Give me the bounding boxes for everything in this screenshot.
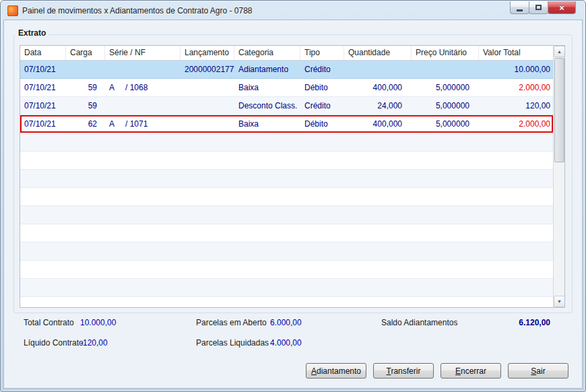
cell-valor-total: 2.000,00 xyxy=(479,115,553,133)
title-bar: Painel de movimentos x Adiantamentos de … xyxy=(1,1,585,20)
parcelas-liquidadas-label: Parcelas Liquidadas xyxy=(196,338,269,348)
cell-lancamento xyxy=(181,79,234,96)
cell-valor-total: 10.000,00 xyxy=(479,61,553,78)
scrollbar-thumb[interactable] xyxy=(554,58,564,162)
grid-body: 07/10/21200000021777AdiantamentoCrédito1… xyxy=(20,61,553,307)
window-controls: × xyxy=(511,1,576,14)
vertical-scrollbar[interactable]: ▲ ▼ xyxy=(553,46,564,307)
cell-tipo: Débito xyxy=(300,79,344,96)
dialog-window: Painel de movimentos x Adiantamentos de … xyxy=(0,0,586,392)
cell-preco-unitario: 5,000000 xyxy=(412,79,479,96)
cell-tipo: Débito xyxy=(300,115,344,133)
cell-serie-nf: A/ 1068 xyxy=(105,79,181,96)
parcelas-liquidadas-value: 4.000,00 xyxy=(270,338,302,348)
maximize-button[interactable] xyxy=(529,1,548,14)
empty-row xyxy=(20,242,553,261)
cell-carga xyxy=(66,61,105,78)
cell-lancamento xyxy=(181,115,234,133)
dialog-client-area: Extrato DataCargaSérie / NFLançamentoCat… xyxy=(3,20,583,389)
grid-header-row: DataCargaSérie / NFLançamentoCategoriaTi… xyxy=(20,46,553,61)
column-header[interactable]: Categoria xyxy=(234,46,300,61)
cell-preco-unitario xyxy=(412,61,479,78)
cell-carga: 59 xyxy=(66,79,105,96)
column-header[interactable]: Tipo xyxy=(300,46,344,61)
cell-tipo: Crédito xyxy=(300,97,344,115)
cell-data: 07/10/21 xyxy=(20,97,66,115)
table-row[interactable]: 07/10/21200000021777AdiantamentoCrédito1… xyxy=(20,61,553,79)
empty-row xyxy=(20,170,553,188)
scroll-down-icon[interactable]: ▼ xyxy=(554,296,565,307)
cell-data: 07/10/21 xyxy=(20,115,66,133)
column-header[interactable]: Lançamento xyxy=(181,46,234,61)
cell-valor-total: 120,00 xyxy=(479,97,553,115)
cell-carga: 62 xyxy=(66,115,105,133)
parcelas-aberto-value: 6.000,00 xyxy=(270,318,302,327)
cell-valor-total: 2.000,00 xyxy=(479,79,553,96)
minimize-icon xyxy=(517,9,523,11)
cell-tipo: Crédito xyxy=(300,61,344,78)
window-title: Painel de movimentos x Adiantamentos de … xyxy=(22,6,253,15)
empty-row xyxy=(20,224,553,242)
cell-quantidade: 24,000 xyxy=(344,97,412,115)
adiantamento-button[interactable]: Adiantamento xyxy=(306,363,366,379)
column-header[interactable]: Preço Unitário xyxy=(412,46,479,61)
empty-row xyxy=(20,261,553,279)
total-contrato-label: Total Contrato xyxy=(24,318,74,327)
liquido-contrato-label: Líquido Contrato xyxy=(24,338,84,348)
table-row[interactable]: 07/10/2162A/ 1071BaixaDébito400,0005,000… xyxy=(20,115,553,133)
minimize-button[interactable] xyxy=(510,1,529,14)
column-header[interactable]: Carga xyxy=(66,46,105,61)
saldo-adiantamentos-value: 6.120,00 xyxy=(519,318,550,327)
encerrar-button[interactable]: Encerrar xyxy=(441,363,501,379)
cell-carga: 59 xyxy=(66,97,105,115)
maximize-icon xyxy=(535,5,542,10)
extrato-grid: DataCargaSérie / NFLançamentoCategoriaTi… xyxy=(20,45,565,308)
scroll-up-icon[interactable]: ▲ xyxy=(554,46,565,57)
cell-categoria: Desconto Class. xyxy=(234,97,300,115)
empty-row xyxy=(20,152,553,170)
column-header[interactable]: Quantidade xyxy=(344,46,412,61)
transferir-button[interactable]: Transferir xyxy=(373,363,434,379)
sair-button[interactable]: Sair xyxy=(508,363,568,379)
cell-quantidade: 400,000 xyxy=(344,79,412,96)
cell-serie-nf xyxy=(105,97,181,115)
total-contrato-value: 10.000,00 xyxy=(80,318,116,327)
cell-categoria: Baixa xyxy=(234,115,300,133)
empty-row xyxy=(20,279,553,297)
empty-row xyxy=(20,188,553,206)
empty-row xyxy=(20,206,553,224)
grid-main: DataCargaSérie / NFLançamentoCategoriaTi… xyxy=(20,46,553,307)
column-header[interactable]: Data xyxy=(20,46,66,61)
cell-preco-unitario: 5,000000 xyxy=(412,97,479,115)
cell-serie-nf xyxy=(105,61,181,78)
cell-categoria: Adiantamento xyxy=(234,61,300,78)
table-row[interactable]: 07/10/2159Desconto Class.Crédito24,0005,… xyxy=(20,97,553,115)
saldo-adiantamentos-label: Saldo Adiantamentos xyxy=(381,318,457,327)
cell-quantidade xyxy=(344,61,412,78)
cell-quantidade: 400,000 xyxy=(344,115,412,133)
cell-preco-unitario: 5,000000 xyxy=(412,115,479,133)
cell-serie-nf: A/ 1071 xyxy=(105,115,181,133)
column-header[interactable]: Valor Total xyxy=(479,46,553,61)
liquido-contrato-value: -120,00 xyxy=(80,338,108,348)
button-bar: AdiantamentoTransferirEncerrarSair xyxy=(306,363,568,379)
table-row[interactable]: 07/10/2159A/ 1068BaixaDébito400,0005,000… xyxy=(20,79,553,97)
parcelas-aberto-label: Parcelas em Aberto xyxy=(196,318,267,327)
empty-row xyxy=(20,133,553,152)
cell-lancamento: 200000021777 xyxy=(181,61,234,78)
cell-categoria: Baixa xyxy=(234,79,300,96)
empty-row xyxy=(20,297,553,307)
app-icon xyxy=(7,5,18,16)
cell-data: 07/10/21 xyxy=(20,79,66,96)
close-button[interactable]: × xyxy=(548,1,576,14)
column-header[interactable]: Série / NF xyxy=(105,46,181,61)
cell-lancamento xyxy=(181,97,234,115)
extrato-groupbox-label: Extrato xyxy=(15,28,48,38)
close-icon: × xyxy=(559,3,564,13)
cell-data: 07/10/21 xyxy=(20,61,66,78)
